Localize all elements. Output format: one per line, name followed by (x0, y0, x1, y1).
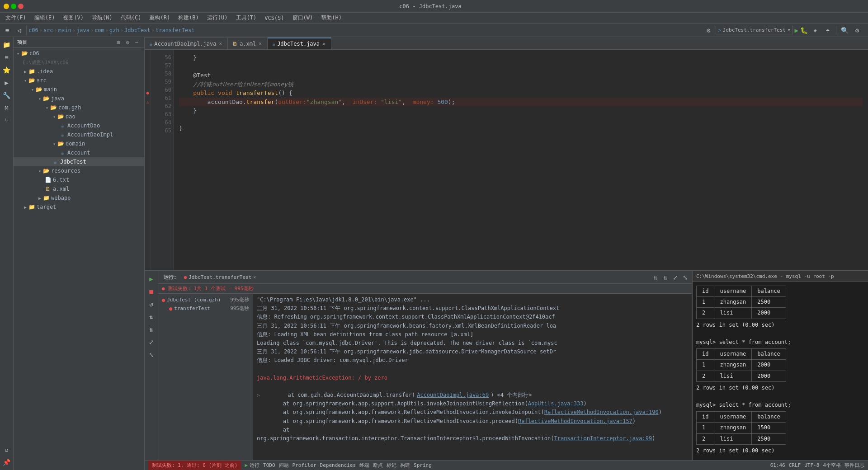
tab-axml-close[interactable]: × (258, 41, 263, 47)
run-h-btn4[interactable]: ⤡ (681, 273, 690, 282)
tree-dao[interactable]: ▾ 📂 dao (14, 112, 144, 121)
status-problem[interactable]: 问题 (279, 462, 289, 469)
sidebar-git-icon[interactable]: ⑂ (1, 115, 13, 127)
sidebar-bookmark-icon[interactable]: ⭐ (1, 64, 13, 76)
panel-gear-btn[interactable]: ⚙ (123, 38, 132, 47)
menu-window[interactable]: 窗口(W) (289, 13, 317, 23)
menu-file[interactable]: 文件(F) (2, 13, 30, 23)
toolbar-run-config-icon[interactable]: ⚙ (703, 25, 714, 36)
status-indent[interactable]: 4个空格 (823, 462, 841, 469)
tree-6txt[interactable]: 📄 6.txt (14, 175, 144, 184)
breadcrumb-method[interactable]: transferTest (156, 27, 195, 33)
run-expand-icon[interactable]: ⤢ (146, 336, 157, 348)
search-button[interactable]: 🔍 (839, 25, 850, 36)
breadcrumb-com[interactable]: com (94, 27, 104, 33)
status-charset[interactable]: UTF-8 (804, 462, 819, 468)
code-content[interactable]: } @Test //转账outUser给inUser转money钱 public… (174, 50, 868, 270)
tree-src[interactable]: ▾ 📂 src (14, 76, 144, 85)
tab-jdbctest[interactable]: ☕ JdbcTest.java × (268, 38, 331, 49)
menu-help[interactable]: 帮助(H) (317, 13, 345, 23)
menu-code[interactable]: 代码(C) (117, 13, 145, 23)
status-marks[interactable]: 标记 (387, 462, 396, 469)
close-button[interactable] (18, 4, 24, 9)
tree-accountdaoimpl[interactable]: ☕ AccountDaoImpl (14, 130, 144, 139)
link-aoputils[interactable]: AopUtils.java:333 (528, 400, 584, 407)
tree-java[interactable]: ▾ 📂 java (14, 94, 144, 103)
maximize-button[interactable] (11, 4, 16, 9)
panel-minimize-btn[interactable]: − (132, 38, 141, 47)
status-deps[interactable]: Dependencies (320, 462, 356, 468)
tab-accountdaoimpl-close[interactable]: × (218, 41, 223, 47)
tree-webapp[interactable]: ▶ 📁 webapp (14, 193, 144, 202)
link-transactioninterceptor[interactable]: TransactionInterceptor.java:99 (554, 435, 652, 442)
run-h-btn3[interactable]: ⤢ (671, 273, 680, 282)
coverage-button[interactable]: ☂ (822, 25, 833, 36)
breadcrumb-jdbctest[interactable]: JdbcTest (124, 27, 151, 33)
status-git[interactable]: 事件日志 (844, 462, 864, 469)
toolbar-back[interactable]: ◁ (14, 25, 24, 36)
status-run[interactable]: ▶ 运行 (245, 462, 259, 469)
run-h-btn1[interactable]: ⇅ (651, 273, 660, 282)
run-config-select[interactable]: ▷ JdbcTest.transferTest ▾ (716, 26, 793, 34)
menu-navigate[interactable]: 导航(N) (88, 13, 116, 23)
breadcrumb-gzh[interactable]: gzh (109, 27, 119, 33)
tree-root[interactable]: ▾ 📂 c06 (14, 49, 144, 58)
run-sort2-icon[interactable]: ⇅ (146, 324, 157, 335)
link-reflective1[interactable]: ReflectiveMethodInvocation.java:190 (544, 409, 659, 415)
status-profiler[interactable]: Profiler (292, 462, 316, 468)
terminal-content[interactable]: idusernamebalance 1zhangsan2500 2lisi200… (693, 282, 868, 460)
settings-button[interactable]: ⚙ (852, 25, 863, 36)
code-editor[interactable]: ● ⚠ 56 57 58 59 60 61 6 (145, 50, 868, 270)
breadcrumb-java[interactable]: java (76, 27, 90, 33)
run-h-btn2[interactable]: ⇅ (661, 273, 670, 282)
link-reflective2[interactable]: ReflectiveMethodInvocation.java:157 (518, 418, 632, 424)
status-spring[interactable]: Spring (414, 462, 432, 468)
run-collapse-icon[interactable]: ⤡ (146, 349, 157, 361)
status-build[interactable]: 构建 (400, 462, 410, 469)
breadcrumb-src[interactable]: src (43, 27, 53, 33)
link-accountdaoimpl[interactable]: AccountDaoImpl.java:69 (417, 391, 489, 400)
sidebar-maven-icon[interactable]: M (1, 102, 13, 114)
tree-accountdao[interactable]: ☕ AccountDao (14, 121, 144, 130)
test-item-jdbctest[interactable]: ● JdbcTest (com.gzh) 995毫秒 (158, 296, 253, 304)
panel-layout-btn[interactable]: ⊞ (114, 38, 123, 47)
toolbar-icon-1[interactable]: ≡ (2, 25, 13, 36)
status-todo[interactable]: TODO (263, 462, 275, 468)
menu-run[interactable]: 运行(U) (203, 13, 231, 23)
tree-resources[interactable]: ▾ 📂 resources (14, 166, 144, 175)
tree-domain[interactable]: ▾ 📂 domain (14, 139, 144, 148)
tree-jdbctest[interactable]: ☕ JdbcTest (14, 157, 144, 166)
tree-account[interactable]: ☕ Account (14, 148, 144, 157)
menu-edit[interactable]: 编辑(E) (31, 13, 59, 23)
run-stop-icon[interactable]: ■ (146, 286, 157, 297)
sidebar-run-icon[interactable]: ▶ (1, 77, 13, 89)
status-fail-badge[interactable]: 测试失败: 1, 通过: 0 (片刻 之前) (148, 461, 241, 470)
run-rerun-icon[interactable]: ↺ (146, 298, 157, 310)
sidebar-debug-icon[interactable]: 🔧 (1, 89, 13, 101)
sidebar-project-icon[interactable]: 📁 (1, 39, 13, 51)
status-terminal[interactable]: 终端 (359, 462, 369, 469)
sidebar-pin-icon[interactable]: 📌 (1, 456, 13, 468)
menu-vcs[interactable]: VCS(S) (261, 14, 288, 22)
tab-accountdaoimpl[interactable]: ☕ AccountDaoImpl.java × (145, 38, 228, 49)
tree-comgzh[interactable]: ▾ 📂 com.gzh (14, 103, 144, 112)
status-breakpoints[interactable]: 断点 (373, 462, 383, 469)
menu-refactor[interactable]: 重构(R) (146, 13, 174, 23)
breadcrumb-c06[interactable]: c06 (28, 27, 38, 33)
test-item-transfertest[interactable]: ● transferTest 995毫秒 (158, 304, 253, 313)
console-output[interactable]: "C:\Program Files\Java\jdk1.8.0_201\bin\… (253, 294, 692, 460)
debug-button[interactable]: 🐛 (800, 27, 808, 34)
menu-tools[interactable]: 工具(T) (232, 13, 260, 23)
sidebar-structure-icon[interactable]: ≡ (1, 52, 13, 63)
profile-button[interactable]: ◈ (810, 25, 821, 36)
minimize-button[interactable] (4, 4, 9, 9)
tree-idea[interactable]: ▶ 📁 .idea (14, 67, 144, 76)
menu-build[interactable]: 构建(B) (175, 13, 203, 23)
run-play-icon[interactable]: ▶ (146, 273, 157, 285)
status-position[interactable]: 61:46 (770, 462, 785, 468)
tab-axml[interactable]: 🗎 a.xml × (228, 38, 268, 49)
menu-view[interactable]: 视图(V) (59, 13, 87, 23)
run-button[interactable]: ▶ (795, 27, 798, 34)
run-sort-icon[interactable]: ⇅ (146, 311, 157, 323)
tab-jdbctest-close[interactable]: × (321, 41, 326, 47)
